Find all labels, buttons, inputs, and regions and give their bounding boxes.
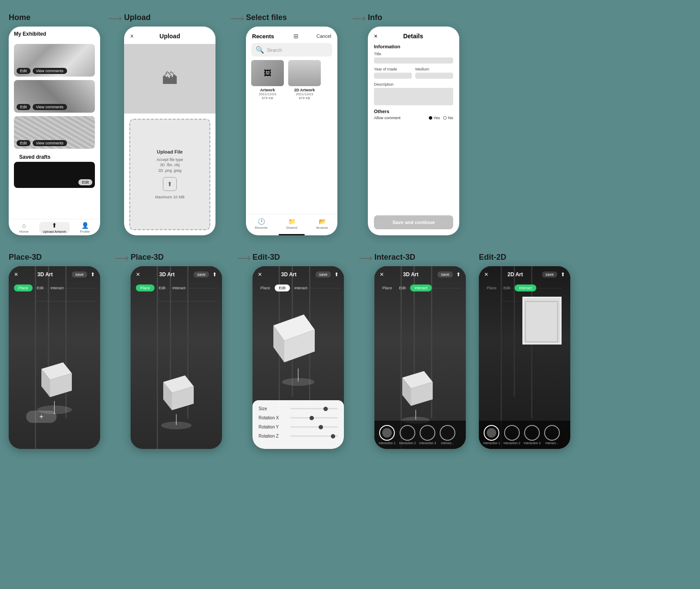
nav-upload-artwork[interactable]: ⬆ Upload Artwork [39,222,70,234]
tab-interact-1[interactable]: Interact [48,284,66,291]
tab-edit-4[interactable]: Edit [397,284,409,291]
info-header: × Details [374,33,453,40]
interaction-2d-3[interactable]: Interaction 3 [524,425,541,445]
edit3d-settings-icon[interactable]: ⬆ [334,271,339,278]
upload-accept-text: Accept file type [156,157,183,163]
interaction-circle-4[interactable] [440,425,455,441]
rotation-z-label: Rotation Z [259,434,287,438]
tab-place-5[interactable]: Place [484,284,499,291]
interaction-circle-2d-3[interactable] [524,425,540,441]
search-bar[interactable]: 🔍 Search [251,43,332,57]
interaction-circle-2d-1[interactable] [484,425,499,441]
interaction-2d-1[interactable]: Interaction 1 [483,425,500,445]
place3d-1-close[interactable]: ✕ [14,271,18,278]
tab-edit-1[interactable]: Edit [34,284,47,291]
nav-shared[interactable]: 📁 Shared [276,218,307,230]
file-item-2[interactable]: 2D Artwork 2021/12/23 879 KB [288,60,321,100]
upload-zone[interactable]: Upload File Accept file type 3D .fbx .ob… [129,119,210,230]
interaction-3[interactable]: Interaction 3 [419,425,436,445]
tab-interact-5[interactable]: Interact [515,284,536,291]
tab-edit-5[interactable]: Edit [501,284,513,291]
interact3d-close[interactable]: ✕ [380,271,384,278]
info-close-btn[interactable]: × [374,33,377,40]
home-indicator [279,234,305,235]
rotation-x-track[interactable] [290,417,338,418]
edit3d-save[interactable]: save [316,271,331,278]
interaction-circle-1[interactable] [379,425,395,441]
tab-place-3[interactable]: Place [258,284,273,291]
file-item-1[interactable]: 🖼 Artwork 2021/12/23 879 KB [251,60,284,100]
cube-shadow-2 [161,422,192,429]
rotation-z-track[interactable] [290,435,338,437]
place3d-2-settings-icon[interactable]: ⬆ [212,271,217,278]
interaction-1[interactable]: Interaction 1 [379,425,396,445]
year-input[interactable] [374,73,412,79]
save-continue-btn[interactable]: Save and continue [374,215,453,229]
upload-file-types-3d: 3D .fbx .obj [160,162,180,168]
size-thumb[interactable] [323,407,328,411]
interaction-2[interactable]: Interaction 2 [399,425,416,445]
view-comments-btn-3[interactable]: View comments [33,140,67,146]
tab-edit-2[interactable]: Edit [156,284,168,291]
interact3d-settings-icon[interactable]: ⬆ [456,271,461,278]
tab-interact-3[interactable]: Interact [292,284,310,291]
edit3d-close[interactable]: ✕ [258,271,262,278]
edit-btn-1[interactable]: Edit [17,68,30,74]
edit2d-settings-icon[interactable]: ⬆ [561,271,565,278]
tab-place-1[interactable]: Place [14,284,33,291]
nav-home[interactable]: ⌂ Home [9,222,39,234]
medium-input[interactable] [415,73,453,79]
nav-browse[interactable]: 📂 Browse [307,218,337,230]
view-comments-btn-1[interactable]: View comments [33,68,67,74]
rotation-x-thumb[interactable] [310,416,314,420]
draft-edit-btn[interactable]: Edit [78,179,92,185]
rotation-y-thumb[interactable] [319,425,323,429]
radio-yes[interactable]: Yes [429,116,440,120]
edit-btn-2[interactable]: Edit [17,104,30,110]
tab-interact-4[interactable]: Interact [410,284,432,291]
size-track[interactable] [290,408,338,409]
place3d-1-save[interactable]: save [72,271,87,278]
cube-3d-edit [265,308,326,366]
file-thumb-2 [288,60,321,86]
place3d-2-close[interactable]: ✕ [136,271,140,278]
interaction-circle-2[interactable] [400,425,415,441]
interact3d-header: ✕ 3D Art save ⬆ [374,266,466,281]
interaction-4[interactable]: Interact... [440,425,455,445]
tab-edit-3[interactable]: Edit [275,284,290,291]
description-input[interactable] [374,88,453,105]
radio-no[interactable]: No [443,116,453,120]
rotation-x-label: Rotation X [259,415,287,420]
place3d-1-settings-icon[interactable]: ⬆ [91,271,95,278]
cancel-btn[interactable]: Cancel [316,33,331,39]
interaction-circle-2d-2[interactable] [504,425,520,441]
rotation-y-track[interactable] [290,426,338,428]
tab-place-4[interactable]: Place [380,284,395,291]
upload-close-btn[interactable]: × [130,33,134,40]
year-col: Year of made [374,67,412,80]
tab-place-2[interactable]: Place [136,284,155,291]
edit2d-close[interactable]: ✕ [484,271,488,278]
nav-recents[interactable]: 🕐 Recents [246,218,276,230]
rotation-z-thumb[interactable] [331,434,335,438]
tab-interact-2[interactable]: Interact [170,284,188,291]
place-plus-btn[interactable]: + [26,411,57,423]
painting-inner [525,301,558,342]
information-section-title: Information [374,44,453,49]
interact3d-save[interactable]: save [438,271,453,278]
edit-btn-3[interactable]: Edit [17,140,30,146]
interaction-2d-4[interactable]: Interact... [544,425,560,445]
nav-profile[interactable]: 👤 Profile [70,222,100,234]
view-comments-btn-2[interactable]: View comments [33,104,67,110]
select-files-phone: Recents ⊞ Cancel 🔍 Search 🖼 Artwork 2021… [246,27,337,235]
interaction-circle-3[interactable] [420,425,435,441]
place3d-2-save[interactable]: save [194,271,209,278]
title-input[interactable] [374,57,453,64]
edit2d-save[interactable]: save [542,271,557,278]
interaction-circle-2d-4[interactable] [544,425,560,441]
allow-comment-row: Allow comment Yes No [374,116,453,120]
interaction-label-2: Interaction 2 [399,442,416,445]
edit3d-header: ✕ 3D Art save ⬆ [252,266,344,281]
interaction-2d-2[interactable]: Interaction 2 [504,425,521,445]
upload-phone: × Upload 🏔 Upload File Accept file type … [124,27,215,235]
